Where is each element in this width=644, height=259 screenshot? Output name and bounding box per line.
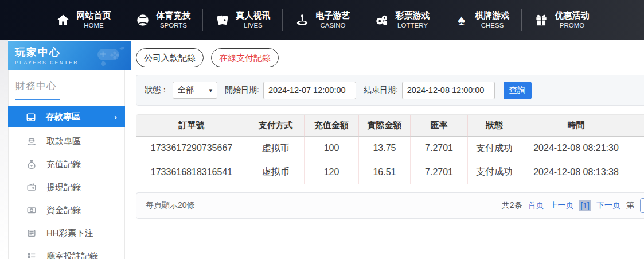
cell-time: 2024-12-08 08:13:38 <box>521 160 631 184</box>
cell-payment-method: 虚拟币 <box>247 160 304 184</box>
nav-item-chess[interactable]: ♠ 棋牌游戏CHESS <box>442 10 521 29</box>
records-table: 訂單號 支付方式 充值金額 實際金額 匯率 狀態 時間 173361729073… <box>136 115 644 184</box>
start-date-label: 開始日期: <box>225 85 259 95</box>
current-page: [1] <box>579 200 591 211</box>
lottery-icon <box>374 12 390 28</box>
spade-icon: ♠ <box>454 12 470 28</box>
nav-label-zh: 优惠活动 <box>555 10 590 21</box>
cell-recharge-amount: 120 <box>304 160 358 184</box>
record-tabs: 公司入款記錄 在線支付記錄 <box>136 48 644 67</box>
nav-label-en: HOME <box>84 21 104 29</box>
start-date-input[interactable] <box>263 82 356 99</box>
sidebar-item-deposit[interactable]: 存款專區 › <box>8 106 125 127</box>
cell-exchange-rate: 7.2701 <box>410 160 467 184</box>
next-page-link[interactable]: 下一页 <box>596 200 620 211</box>
status-select-value: 全部 <box>178 85 194 95</box>
status-select[interactable]: 全部 ▾ <box>173 82 217 99</box>
cell-payment-method: 虚拟币 <box>247 137 304 160</box>
home-icon <box>55 12 71 28</box>
finance-section: 財務中心 <box>9 70 124 100</box>
gift-icon <box>533 12 549 28</box>
top-nav: 网站首页HOME 体育竞技SPORTS 真人视讯LIVES 电子游艺CASINO… <box>0 0 644 40</box>
nav-item-promo[interactable]: 优惠活动PROMO <box>522 10 601 29</box>
prev-page-link[interactable]: 上一页 <box>549 200 573 211</box>
gamepad-icon <box>89 44 126 67</box>
nav-label-zh: 棋牌游戏 <box>475 10 510 21</box>
nav-label-en: CASINO <box>320 21 345 29</box>
nav-label-en: CHESS <box>481 21 504 29</box>
nav-label-en: LOTTERY <box>397 21 428 29</box>
nav-label-en: PROMO <box>560 21 584 29</box>
table-header-row: 訂單號 支付方式 充值金額 實際金額 匯率 狀態 時間 <box>136 115 644 137</box>
records-table-wrap: 訂單號 支付方式 充值金額 實際金額 匯率 狀態 時間 173361729073… <box>136 114 644 184</box>
col-payment-method: 支付方式 <box>247 115 304 137</box>
funds-record-icon <box>26 204 37 216</box>
col-order-number: 訂單號 <box>136 115 247 137</box>
cards-icon <box>214 12 231 28</box>
cell-status: 支付成功 <box>467 160 521 184</box>
recharge-record-icon <box>26 159 37 170</box>
pagination-controls: 共2条 首页 上一页 [1] 下一页 第 <box>502 198 644 213</box>
table-row: 1733616818316541 虚拟币 120 16.51 7.2701 支付… <box>136 160 644 184</box>
nav-item-home[interactable]: 网站首页HOME <box>44 10 123 29</box>
jump-page-input[interactable] <box>640 198 644 213</box>
sidebar-item-lottery-bets[interactable]: HH彩票下注 <box>9 222 124 245</box>
nav-label-zh: 网站首页 <box>77 10 111 21</box>
left-background-strip <box>0 40 8 259</box>
nav-label-zh: 体育竞技 <box>157 10 191 21</box>
players-center-header: 玩家中心 PLAYERS CENTER <box>8 41 131 70</box>
cell-recharge-amount: 100 <box>304 137 358 160</box>
section-underline <box>15 100 118 100</box>
nav-label-zh: 真人视讯 <box>236 10 271 21</box>
jump-page-label: 第 <box>626 200 634 211</box>
col-status: 狀態 <box>467 115 521 137</box>
sidebar-item-label: 充值記錄 <box>46 159 81 170</box>
cell-extra <box>631 137 644 160</box>
cell-actual-amount: 16.51 <box>358 160 410 184</box>
nav-label-zh: 电子游艺 <box>316 10 350 21</box>
query-button[interactable]: 查詢 <box>504 82 532 99</box>
page-size-text: 每頁顯示20條 <box>146 200 195 211</box>
nav-label-en: SPORTS <box>160 21 187 29</box>
deposit-icon <box>25 111 37 123</box>
pagination-bar: 每頁顯示20條 共2条 首页 上一页 [1] 下一页 第 <box>136 192 644 219</box>
cell-order-number: 1733616818316541 <box>136 160 247 184</box>
sidebar-item-withdraw[interactable]: 取款專區 <box>9 130 124 153</box>
sidebar-item-label: 取款專區 <box>46 136 81 147</box>
end-date-label: 結束日期: <box>364 85 398 95</box>
sidebar-item-recharge-records[interactable]: 充值記錄 <box>9 153 124 176</box>
nav-item-lives[interactable]: 真人视讯LIVES <box>203 10 282 29</box>
col-actual-amount: 實際金額 <box>358 115 410 137</box>
sports-icon <box>135 12 151 28</box>
col-extra <box>631 115 644 137</box>
sidebar-item-room-bet-records[interactable]: 廳室投註記錄 <box>9 245 124 259</box>
status-label: 狀態： <box>145 85 169 95</box>
main-content: 公司入款記錄 在線支付記錄 狀態： 全部 ▾ 開始日期: 結束日期: 查詢 訂單… <box>136 48 644 219</box>
table-row: 1733617290735667 虚拟币 100 13.75 7.2701 支付… <box>136 137 644 160</box>
sidebar-item-label: 廳室投註記錄 <box>46 251 98 259</box>
sidebar-item-cashout-records[interactable]: 提現記錄 <box>9 176 124 199</box>
nav-item-casino[interactable]: 电子游艺CASINO <box>283 10 362 29</box>
cell-order-number: 1733617290735667 <box>136 137 247 160</box>
lottery-bet-icon <box>26 227 37 239</box>
sidebar-item-label: 資金記錄 <box>46 205 81 216</box>
cell-status: 支付成功 <box>467 137 521 160</box>
sidebar-body: 財務中心 存款專區 › 取款專區 充值記錄 <box>8 70 125 259</box>
tab-online-payment-records[interactable]: 在線支付記錄 <box>211 48 279 67</box>
end-date-input[interactable] <box>402 82 495 99</box>
sidebar-item-label: 提現記錄 <box>46 182 81 193</box>
nav-item-lottery[interactable]: 彩票游戏LOTTERY <box>362 10 442 29</box>
sidebar: 玩家中心 PLAYERS CENTER 財務中心 存款專區 › <box>8 41 131 259</box>
cell-time: 2024-12-08 08:21:30 <box>521 137 631 160</box>
withdraw-icon <box>26 136 37 147</box>
sidebar-menu: 存款專區 › 取款專區 充值記錄 提現記錄 <box>9 106 124 259</box>
cell-exchange-rate: 7.2701 <box>410 137 467 160</box>
col-exchange-rate: 匯率 <box>410 115 467 137</box>
cell-extra <box>631 160 644 184</box>
tab-company-deposit-records[interactable]: 公司入款記錄 <box>136 48 204 67</box>
sidebar-item-funds-records[interactable]: 資金記錄 <box>9 199 124 222</box>
room-bet-icon <box>26 250 37 259</box>
nav-item-sports[interactable]: 体育竞技SPORTS <box>123 10 202 29</box>
nav-label-zh: 彩票游戏 <box>396 10 430 21</box>
first-page-link[interactable]: 首页 <box>528 200 544 211</box>
